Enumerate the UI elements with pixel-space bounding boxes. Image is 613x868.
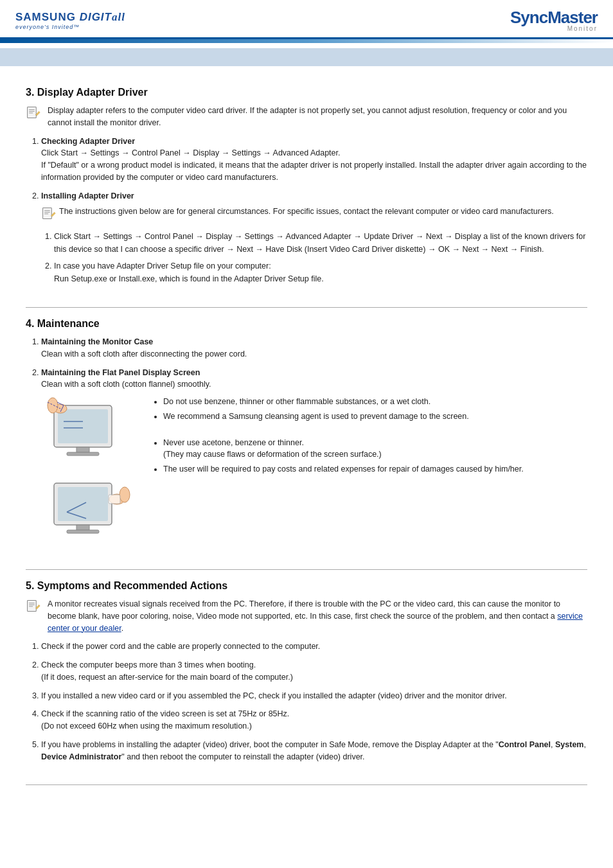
- section4-main-list: Maintaining the Monitor Case Clean with …: [41, 336, 587, 547]
- section5-items: Check if the power cord and the cable ar…: [41, 641, 587, 763]
- samsung-logo-sub: everyone's Invited™: [15, 24, 80, 30]
- bullet-bottom-1: Never use acetone, benzene or thinner.(T…: [163, 437, 524, 461]
- bullets-bottom: Never use acetone, benzene or thinner.(T…: [163, 437, 524, 475]
- page-header: SAMSUNG DIGITall everyone's Invited™ Syn…: [0, 0, 613, 39]
- maintenance-bullets: Do not use benzene, thinner or other fla…: [153, 396, 524, 547]
- section3-item2-label: Installing Adapter Driver: [41, 191, 134, 200]
- service-center-link[interactable]: service center or your dealer: [48, 612, 583, 633]
- note-icon-1: [26, 105, 44, 122]
- main-content: 3. Display Adapter Driver Display adapte…: [0, 76, 613, 785]
- section3-item2: Installing Adapter Driver The instructio…: [41, 190, 587, 286]
- section5-note-row: A monitor recreates visual signals recei…: [26, 598, 587, 634]
- section3-main-list: Checking Adapter Driver Click Start → Se…: [41, 136, 587, 286]
- section5-item1: Check if the power cord and the cable ar…: [41, 641, 587, 653]
- section-maintenance: 4. Maintenance Maintaining the Monitor C…: [26, 308, 587, 570]
- svg-rect-12: [58, 409, 108, 443]
- header-blue-bar: [0, 39, 613, 43]
- section5-item3: If you installed a new video card or if …: [41, 690, 587, 702]
- section3-note-text: Display adapter refers to the computer v…: [48, 105, 587, 129]
- syncmaster-logo: SyncMaster Monitor: [510, 8, 598, 32]
- bullet-top-2: We recommend a Samsung cleansing agent i…: [163, 411, 524, 423]
- monitor-image-1: [41, 396, 138, 466]
- svg-rect-26: [109, 495, 120, 504]
- section4-item2-label: Maintaining the Flat Panel Display Scree…: [41, 368, 200, 377]
- svg-point-16: [48, 398, 58, 413]
- svg-rect-6: [43, 208, 52, 219]
- section4-item2: Maintaining the Flat Panel Display Scree…: [41, 367, 587, 548]
- section-display-adapter: 3. Display Adapter Driver Display adapte…: [26, 76, 587, 308]
- note-icon-3: [26, 598, 44, 616]
- section3-title: 3. Display Adapter Driver: [26, 87, 587, 98]
- samsung-logo-text: SAMSUNG DIGITall: [15, 10, 125, 24]
- section4-item1-label: Maintaining the Monitor Case: [41, 337, 153, 346]
- section-symptoms: 5. Symptoms and Recommended Actions A mo…: [26, 570, 587, 785]
- section5-item5: If you have problems in installing the a…: [41, 739, 587, 763]
- section3-item1: Checking Adapter Driver Click Start → Se…: [41, 136, 587, 184]
- section5-title: 5. Symptoms and Recommended Actions: [26, 580, 587, 592]
- nav-bar: [0, 48, 613, 66]
- bullet-group-1: Do not use benzene, thinner or other fla…: [153, 396, 524, 425]
- section3-inner-note: The instructions given below are for gen…: [41, 206, 587, 225]
- monitor-image-2: [41, 477, 138, 547]
- svg-rect-13: [76, 447, 89, 452]
- section5-item4: Check if the scanning ratio of the video…: [41, 708, 587, 732]
- bullet-top-1: Do not use benzene, thinner or other fla…: [163, 396, 524, 408]
- note-icon-2: [41, 206, 55, 225]
- section5-item2: Check the computer beeps more than 3 tim…: [41, 659, 587, 684]
- section4-item1-text: Clean with a soft cloth after disconnect…: [41, 350, 247, 359]
- section3-subitem2: In case you have Adapter Driver Setup fi…: [54, 260, 587, 285]
- svg-rect-29: [28, 600, 37, 611]
- bullet-group-2: Never use acetone, benzene or thinner.(T…: [153, 437, 524, 478]
- section4-title: 4. Maintenance: [26, 318, 587, 330]
- section3-subitems: Click Start → Settings → Control Panel →…: [54, 230, 587, 285]
- section4-item1: Maintaining the Monitor Case Clean with …: [41, 336, 587, 360]
- svg-point-25: [120, 487, 130, 502]
- svg-rect-0: [28, 107, 37, 118]
- svg-rect-22: [76, 525, 89, 530]
- maintenance-content: Do not use benzene, thinner or other fla…: [41, 396, 587, 547]
- section3-item1-label: Checking Adapter Driver: [41, 137, 135, 146]
- bullet-bottom-2: The user will be required to pay costs a…: [163, 463, 524, 475]
- svg-rect-23: [67, 530, 99, 533]
- section3-inner-note-text: The instructions given below are for gen…: [59, 206, 554, 218]
- section3-item1-text: Click Start → Settings → Control Panel →…: [41, 148, 587, 182]
- svg-rect-14: [67, 452, 99, 456]
- section3-note-row: Display adapter refers to the computer v…: [26, 105, 587, 129]
- section5-note-text: A monitor recreates visual signals recei…: [48, 598, 587, 634]
- monitor-images: [41, 396, 138, 547]
- samsung-logo: SAMSUNG DIGITall everyone's Invited™: [15, 10, 125, 30]
- bullets-top: Do not use benzene, thinner or other fla…: [163, 396, 524, 423]
- section3-subitem1: Click Start → Settings → Control Panel →…: [54, 230, 587, 256]
- section4-item2-text: Clean with a soft cloth (cotton flannel)…: [41, 380, 211, 389]
